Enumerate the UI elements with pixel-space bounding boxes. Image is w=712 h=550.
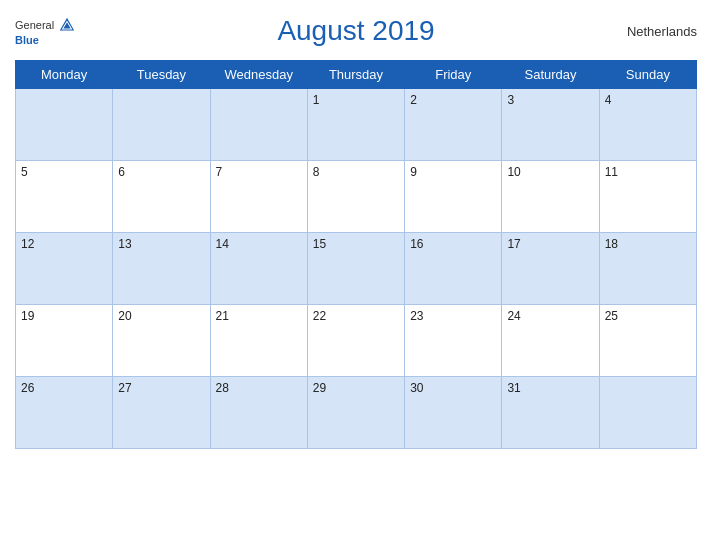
- calendar-day-cell: 2: [405, 89, 502, 161]
- calendar-day-cell: 29: [307, 377, 404, 449]
- day-number: 11: [605, 165, 618, 179]
- calendar-day-cell: 11: [599, 161, 696, 233]
- calendar-day-cell: [16, 89, 113, 161]
- calendar-day-cell: 7: [210, 161, 307, 233]
- calendar-header: General Blue August 2019 Netherlands: [15, 10, 697, 52]
- calendar-day-cell: 13: [113, 233, 210, 305]
- calendar-day-cell: 22: [307, 305, 404, 377]
- weekday-header: Sunday: [599, 61, 696, 89]
- weekday-header: Friday: [405, 61, 502, 89]
- calendar-day-cell: 20: [113, 305, 210, 377]
- calendar-day-cell: 31: [502, 377, 599, 449]
- day-number: 14: [216, 237, 229, 251]
- calendar-day-cell: 3: [502, 89, 599, 161]
- calendar-day-cell: 26: [16, 377, 113, 449]
- calendar-day-cell: [210, 89, 307, 161]
- logo-general-text: General: [15, 19, 54, 31]
- calendar-day-cell: [113, 89, 210, 161]
- day-number: 4: [605, 93, 612, 107]
- day-number: 30: [410, 381, 423, 395]
- weekday-header: Tuesday: [113, 61, 210, 89]
- day-number: 1: [313, 93, 320, 107]
- calendar-week-row: 19202122232425: [16, 305, 697, 377]
- calendar-thead: MondayTuesdayWednesdayThursdayFridaySatu…: [16, 61, 697, 89]
- day-number: 6: [118, 165, 125, 179]
- day-number: 25: [605, 309, 618, 323]
- day-number: 9: [410, 165, 417, 179]
- calendar-day-cell: 25: [599, 305, 696, 377]
- day-number: 2: [410, 93, 417, 107]
- calendar-day-cell: 23: [405, 305, 502, 377]
- day-number: 23: [410, 309, 423, 323]
- calendar-day-cell: 8: [307, 161, 404, 233]
- day-number: 20: [118, 309, 131, 323]
- calendar-day-cell: 1: [307, 89, 404, 161]
- calendar-day-cell: 28: [210, 377, 307, 449]
- calendar-day-cell: 9: [405, 161, 502, 233]
- calendar-day-cell: 27: [113, 377, 210, 449]
- month-title: August 2019: [277, 15, 434, 47]
- logo-area: General Blue: [15, 16, 76, 46]
- calendar-day-cell: 19: [16, 305, 113, 377]
- weekday-header: Saturday: [502, 61, 599, 89]
- calendar-week-row: 262728293031: [16, 377, 697, 449]
- calendar-tbody: 1234567891011121314151617181920212223242…: [16, 89, 697, 449]
- calendar-table: MondayTuesdayWednesdayThursdayFridaySatu…: [15, 60, 697, 449]
- day-number: 7: [216, 165, 223, 179]
- calendar-day-cell: 12: [16, 233, 113, 305]
- day-number: 5: [21, 165, 28, 179]
- calendar-day-cell: 6: [113, 161, 210, 233]
- calendar-day-cell: 21: [210, 305, 307, 377]
- day-number: 19: [21, 309, 34, 323]
- logo-text: General: [15, 16, 76, 34]
- calendar-day-cell: 18: [599, 233, 696, 305]
- day-number: 10: [507, 165, 520, 179]
- calendar-day-cell: 17: [502, 233, 599, 305]
- day-number: 16: [410, 237, 423, 251]
- calendar-week-row: 12131415161718: [16, 233, 697, 305]
- day-number: 18: [605, 237, 618, 251]
- day-number: 15: [313, 237, 326, 251]
- calendar-day-cell: 5: [16, 161, 113, 233]
- calendar-day-cell: 10: [502, 161, 599, 233]
- day-number: 26: [21, 381, 34, 395]
- calendar-day-cell: 15: [307, 233, 404, 305]
- logo-icon: [58, 16, 76, 34]
- calendar-week-row: 1234: [16, 89, 697, 161]
- day-number: 21: [216, 309, 229, 323]
- day-number: 13: [118, 237, 131, 251]
- calendar-day-cell: 16: [405, 233, 502, 305]
- weekday-header: Thursday: [307, 61, 404, 89]
- day-number: 12: [21, 237, 34, 251]
- calendar-day-cell: 30: [405, 377, 502, 449]
- weekday-header: Wednesday: [210, 61, 307, 89]
- day-number: 31: [507, 381, 520, 395]
- calendar-day-cell: 14: [210, 233, 307, 305]
- calendar-day-cell: 24: [502, 305, 599, 377]
- calendar-day-cell: 4: [599, 89, 696, 161]
- day-number: 28: [216, 381, 229, 395]
- day-number: 22: [313, 309, 326, 323]
- day-number: 8: [313, 165, 320, 179]
- weekday-header: Monday: [16, 61, 113, 89]
- day-number: 17: [507, 237, 520, 251]
- weekday-header-row: MondayTuesdayWednesdayThursdayFridaySatu…: [16, 61, 697, 89]
- day-number: 29: [313, 381, 326, 395]
- logo-blue-text: Blue: [15, 34, 39, 46]
- day-number: 3: [507, 93, 514, 107]
- calendar-day-cell: [599, 377, 696, 449]
- calendar-wrapper: General Blue August 2019 Netherlands Mon…: [0, 0, 712, 550]
- country-label: Netherlands: [627, 24, 697, 39]
- calendar-week-row: 567891011: [16, 161, 697, 233]
- day-number: 24: [507, 309, 520, 323]
- day-number: 27: [118, 381, 131, 395]
